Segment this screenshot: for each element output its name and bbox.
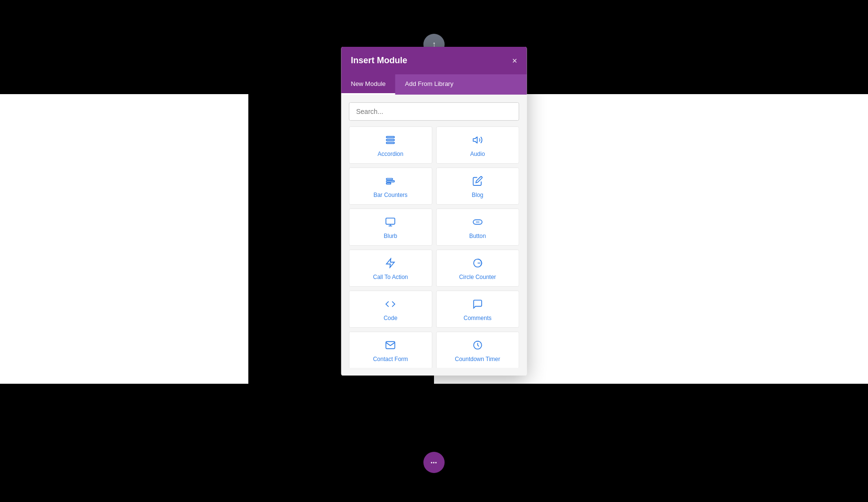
module-search-input[interactable] <box>349 102 519 121</box>
circle-counter-icon <box>472 258 483 270</box>
module-item-countdown-timer[interactable]: Countdown Timer <box>436 332 519 368</box>
circle-counter-label: Circle Counter <box>459 274 496 280</box>
module-item-comments[interactable]: Comments <box>436 291 519 328</box>
comments-label: Comments <box>463 315 491 321</box>
bottom-options-button[interactable] <box>423 452 445 473</box>
bar-counters-icon <box>385 176 396 188</box>
contact-form-icon <box>385 340 396 352</box>
countdown-timer-icon <box>472 340 483 352</box>
code-label: Code <box>383 315 397 321</box>
bar-counters-label: Bar Counters <box>373 192 407 198</box>
module-item-circle-counter[interactable]: Circle Counter <box>436 250 519 287</box>
module-item-button[interactable]: Button <box>436 209 519 246</box>
call-to-action-icon <box>385 258 396 270</box>
module-item-blurb[interactable]: Blurb <box>349 209 433 246</box>
module-item-audio[interactable]: Audio <box>436 126 519 164</box>
svg-rect-5 <box>387 181 395 182</box>
module-item-contact-form[interactable]: Contact Form <box>349 332 433 368</box>
audio-label: Audio <box>470 151 485 157</box>
contact-form-label: Contact Form <box>373 356 408 363</box>
button-icon <box>472 217 483 229</box>
accordion-label: Accordion <box>378 151 403 157</box>
module-grid: Accordion Audio Bar Counters <box>349 126 519 368</box>
audio-icon <box>472 135 483 147</box>
svg-rect-4 <box>387 179 393 180</box>
modal-header: Insert Module × <box>341 47 527 74</box>
accordion-icon <box>385 135 396 147</box>
call-to-action-label: Call To Action <box>373 274 408 280</box>
comments-icon <box>472 299 483 311</box>
button-label: Button <box>469 233 486 239</box>
modal-close-button[interactable]: × <box>512 56 517 65</box>
blurb-icon <box>385 217 396 229</box>
modal-body: Accordion Audio Bar Counters <box>341 95 527 376</box>
module-item-bar-counters[interactable]: Bar Counters <box>349 167 433 205</box>
svg-marker-3 <box>473 137 477 143</box>
tab-add-from-library[interactable]: Add From Library <box>395 74 463 95</box>
blurb-label: Blurb <box>384 233 397 239</box>
bg-left <box>0 94 248 384</box>
blog-icon <box>472 176 483 188</box>
svg-rect-6 <box>387 183 391 184</box>
modal-title: Insert Module <box>351 56 407 66</box>
svg-rect-1 <box>387 139 395 141</box>
svg-rect-7 <box>386 218 395 224</box>
module-item-blog[interactable]: Blog <box>436 167 519 205</box>
modal-tabs: New Module Add From Library <box>341 74 527 95</box>
svg-marker-12 <box>387 259 395 267</box>
tab-new-module[interactable]: New Module <box>341 74 395 95</box>
blog-label: Blog <box>472 192 483 198</box>
svg-rect-2 <box>387 142 395 144</box>
insert-module-modal: Insert Module × New Module Add From Libr… <box>341 47 527 376</box>
code-icon <box>385 299 396 311</box>
module-item-code[interactable]: Code <box>349 291 433 328</box>
module-item-accordion[interactable]: Accordion <box>349 126 433 164</box>
module-item-call-to-action[interactable]: Call To Action <box>349 250 433 287</box>
countdown-timer-label: Countdown Timer <box>455 356 500 363</box>
svg-rect-0 <box>387 137 395 138</box>
